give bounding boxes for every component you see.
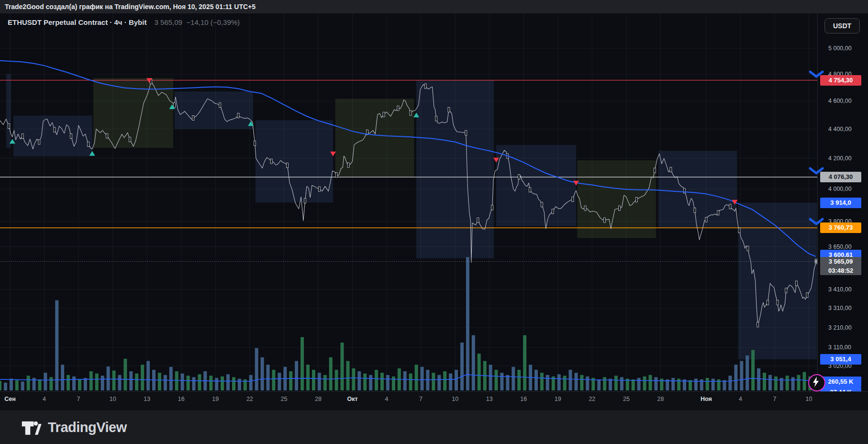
box-annotation[interactable] bbox=[6, 74, 11, 148]
volume-bar bbox=[352, 368, 355, 390]
volume-bar bbox=[261, 357, 264, 390]
box-annotation[interactable] bbox=[335, 99, 414, 177]
volume-axis-badge: 27,44 K bbox=[820, 387, 861, 391]
volume-bar bbox=[187, 376, 190, 390]
volume-bar bbox=[335, 370, 338, 390]
symbol-header[interactable]: ETHUSDT Perpetual Contract · 4ч · Bybit … bbox=[8, 18, 240, 26]
volume-bar bbox=[363, 374, 367, 390]
tradingview-logo[interactable]: TradingView bbox=[21, 418, 127, 436]
candle-body bbox=[729, 204, 731, 209]
candle-body bbox=[448, 107, 450, 112]
volume-bar bbox=[306, 365, 310, 390]
candle-body bbox=[173, 103, 175, 108]
volume-bar bbox=[386, 375, 389, 390]
currency-toggle-button[interactable]: USDT bbox=[824, 18, 860, 33]
time-label: 10 bbox=[110, 396, 116, 402]
alert-chevron-icon[interactable] bbox=[809, 70, 824, 78]
box-annotation[interactable] bbox=[738, 203, 817, 360]
time-axis[interactable]: Сен4710131619222528Окт4710131619222528Но… bbox=[0, 391, 868, 411]
time-label: 4 bbox=[739, 396, 742, 402]
volume-bar bbox=[495, 370, 498, 390]
candle-body bbox=[424, 84, 426, 89]
price-tick-label: 4 400,00 bbox=[828, 125, 852, 133]
box-annotation[interactable] bbox=[416, 80, 494, 258]
candle-body bbox=[604, 218, 606, 222]
candle-body bbox=[584, 206, 586, 211]
volume-bar bbox=[746, 355, 749, 390]
candle-body bbox=[335, 173, 337, 178]
volume-bar bbox=[437, 375, 441, 390]
volume-bar bbox=[181, 374, 184, 390]
volume-bar bbox=[614, 376, 618, 390]
volume-bar bbox=[409, 374, 412, 390]
price-tick-label: 4 600,00 bbox=[828, 97, 852, 105]
time-label: 25 bbox=[280, 396, 287, 402]
volume-bar bbox=[72, 377, 76, 390]
volume-bar bbox=[135, 374, 138, 390]
volume-bar bbox=[460, 343, 464, 390]
candle-body bbox=[491, 205, 493, 210]
lightning-bolt-glyph bbox=[809, 375, 823, 388]
time-label: 4 bbox=[43, 396, 46, 402]
candle-body bbox=[541, 202, 543, 207]
candle-body bbox=[304, 199, 306, 203]
time-label: 13 bbox=[144, 396, 150, 402]
volume-bar bbox=[21, 382, 24, 391]
volume-bar bbox=[694, 378, 698, 390]
candle-body bbox=[738, 228, 740, 233]
lightning-icon[interactable] bbox=[808, 374, 825, 391]
volume-bar bbox=[803, 372, 806, 391]
volume-bar bbox=[677, 378, 680, 390]
volume-bar bbox=[346, 361, 350, 391]
candle-body bbox=[777, 300, 779, 305]
volume-bar bbox=[466, 257, 469, 391]
time-label: 19 bbox=[555, 396, 561, 402]
price-tick-label: 3 410,00 bbox=[828, 286, 852, 293]
box-annotation[interactable] bbox=[256, 120, 333, 202]
alert-chevron-icon[interactable] bbox=[809, 218, 824, 225]
candle-body bbox=[465, 130, 467, 135]
volume-bar bbox=[791, 377, 795, 390]
volume-bar bbox=[740, 361, 743, 391]
box-annotation[interactable] bbox=[658, 151, 737, 227]
box-annotation[interactable] bbox=[577, 160, 656, 238]
time-label-month: Окт bbox=[347, 396, 357, 402]
candle-body bbox=[694, 208, 696, 213]
time-label: 10 bbox=[452, 396, 458, 402]
volume-bar bbox=[198, 374, 201, 390]
price-axis[interactable]: 5 000,004 800,004 600,004 400,004 200,00… bbox=[817, 13, 868, 391]
symbol-title[interactable]: ETHUSDT Perpetual Contract · 4ч · Bybit bbox=[8, 18, 146, 26]
volume-bar bbox=[312, 370, 315, 390]
time-label: 16 bbox=[178, 396, 185, 402]
volume-bar bbox=[95, 374, 99, 390]
price-tick-label: 3 210,00 bbox=[828, 324, 852, 332]
price-chart[interactable] bbox=[0, 13, 817, 391]
volume-ma-line bbox=[0, 375, 816, 381]
price-tick-label: 4 000,00 bbox=[828, 185, 852, 193]
alert-chevron-icon[interactable] bbox=[809, 167, 824, 175]
candle-body bbox=[270, 159, 272, 164]
volume-bar bbox=[392, 377, 395, 390]
current-price-badge: 3 565,0903:48:52 bbox=[820, 257, 861, 275]
tradingview-logo-icon bbox=[21, 418, 42, 436]
candle-body bbox=[22, 134, 23, 139]
volume-bar bbox=[620, 377, 623, 390]
box-annotation[interactable] bbox=[13, 116, 92, 157]
volume-bar bbox=[238, 378, 241, 390]
tradingview-logo-text: TradingView bbox=[48, 420, 127, 435]
time-label: 22 bbox=[589, 396, 595, 402]
candle-body bbox=[705, 217, 707, 222]
box-annotation[interactable] bbox=[174, 91, 253, 129]
candle-body bbox=[54, 127, 56, 132]
candle-body bbox=[38, 140, 40, 144]
volume-bar bbox=[546, 375, 549, 390]
volume-bar bbox=[10, 378, 13, 390]
volume-bar bbox=[774, 377, 778, 390]
volume-bar bbox=[689, 380, 692, 391]
volume-bar bbox=[375, 370, 378, 390]
volume-bar bbox=[455, 370, 458, 390]
candle-body bbox=[219, 103, 221, 108]
chart-pane[interactable]: ETHUSDT Perpetual Contract · 4ч · Bybit … bbox=[0, 13, 817, 391]
volume-bar bbox=[44, 373, 47, 390]
volume-bar bbox=[443, 371, 446, 390]
